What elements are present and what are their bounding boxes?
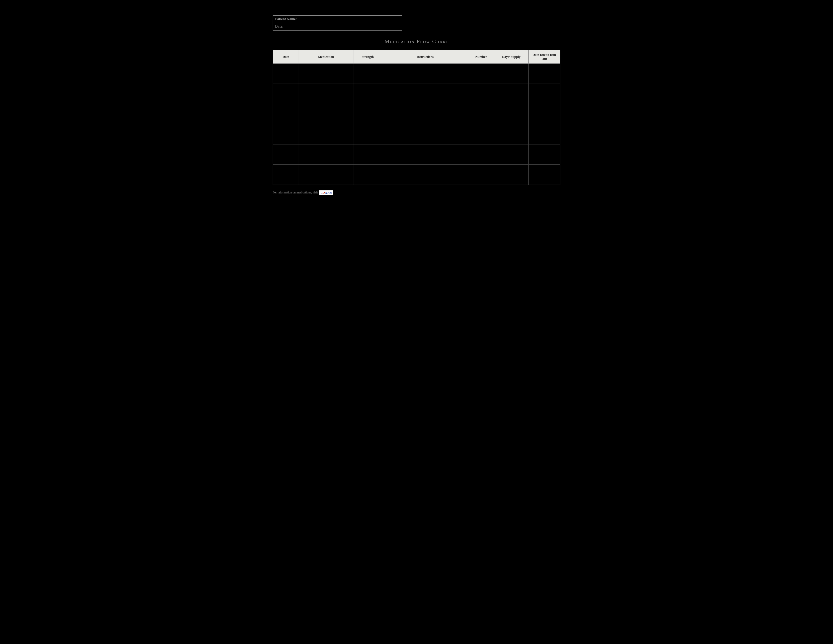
col-header-date: Date xyxy=(273,50,299,64)
cell-number-5[interactable] xyxy=(468,145,494,165)
cell-strength-1[interactable] xyxy=(354,64,382,84)
cell-number-2[interactable] xyxy=(468,84,494,104)
table-header-row: Date Medication Strength Instructions Nu… xyxy=(273,50,560,64)
table-row xyxy=(273,104,560,124)
cell-number-6[interactable] xyxy=(468,165,494,185)
cell-medication-2[interactable] xyxy=(299,84,353,104)
pdr-d: D xyxy=(322,191,325,195)
cell-medication-3[interactable] xyxy=(299,104,353,124)
col-header-medication: Medication xyxy=(299,50,353,64)
cell-instructions-2[interactable] xyxy=(382,84,468,104)
cell-instructions-1[interactable] xyxy=(382,64,468,84)
footer: For information on medications, visit PD… xyxy=(273,190,560,195)
cell-date-run-out-6[interactable] xyxy=(529,165,560,185)
patient-date-row: Date: xyxy=(273,23,402,30)
cell-number-4[interactable] xyxy=(468,124,494,145)
pdr-net: .net xyxy=(327,191,332,195)
cell-days-supply-1[interactable] xyxy=(494,64,529,84)
cell-medication-1[interactable] xyxy=(299,64,353,84)
col-header-strength: Strength xyxy=(354,50,382,64)
cell-strength-6[interactable] xyxy=(354,165,382,185)
cell-days-supply-6[interactable] xyxy=(494,165,529,185)
page-container: Patient Name: Date: Medication Flow Char… xyxy=(265,5,568,205)
cell-strength-3[interactable] xyxy=(354,104,382,124)
cell-date-3[interactable] xyxy=(273,104,299,124)
cell-days-supply-5[interactable] xyxy=(494,145,529,165)
cell-medication-6[interactable] xyxy=(299,165,353,185)
cell-date-2[interactable] xyxy=(273,84,299,104)
pdr-logo: PDR.net xyxy=(319,190,333,195)
cell-date-5[interactable] xyxy=(273,145,299,165)
cell-date-run-out-3[interactable] xyxy=(529,104,560,124)
cell-instructions-6[interactable] xyxy=(382,165,468,185)
table-row xyxy=(273,124,560,145)
table-row xyxy=(273,84,560,104)
col-header-days-supply: Days’ Supply xyxy=(494,50,529,64)
footer-text: For information on medications, visit xyxy=(273,190,318,194)
cell-date-4[interactable] xyxy=(273,124,299,145)
cell-medication-4[interactable] xyxy=(299,124,353,145)
col-header-number: Number xyxy=(468,50,494,64)
patient-name-input[interactable] xyxy=(306,16,402,23)
cell-date-run-out-5[interactable] xyxy=(529,145,560,165)
cell-days-supply-4[interactable] xyxy=(494,124,529,145)
medication-table: Date Medication Strength Instructions Nu… xyxy=(273,50,560,185)
cell-date-1[interactable] xyxy=(273,64,299,84)
patient-name-row: Patient Name: xyxy=(273,16,402,23)
chart-title: Medication Flow Chart xyxy=(273,38,560,45)
pdr-r: R xyxy=(325,191,327,195)
cell-strength-5[interactable] xyxy=(354,145,382,165)
patient-date-label: Date: xyxy=(273,24,306,29)
cell-number-3[interactable] xyxy=(468,104,494,124)
col-header-date-run-out: Date Due to Run Out xyxy=(529,50,560,64)
cell-number-1[interactable] xyxy=(468,64,494,84)
patient-name-label: Patient Name: xyxy=(273,16,306,22)
cell-strength-2[interactable] xyxy=(354,84,382,104)
cell-days-supply-3[interactable] xyxy=(494,104,529,124)
cell-date-run-out-4[interactable] xyxy=(529,124,560,145)
cell-strength-4[interactable] xyxy=(354,124,382,145)
patient-info-box: Patient Name: Date: xyxy=(273,15,402,31)
table-row xyxy=(273,165,560,185)
cell-instructions-5[interactable] xyxy=(382,145,468,165)
cell-date-run-out-1[interactable] xyxy=(529,64,560,84)
table-row xyxy=(273,64,560,84)
cell-medication-5[interactable] xyxy=(299,145,353,165)
col-header-instructions: Instructions xyxy=(382,50,468,64)
cell-date-run-out-2[interactable] xyxy=(529,84,560,104)
patient-date-input[interactable] xyxy=(306,23,402,30)
cell-instructions-4[interactable] xyxy=(382,124,468,145)
cell-instructions-3[interactable] xyxy=(382,104,468,124)
table-row xyxy=(273,145,560,165)
cell-date-6[interactable] xyxy=(273,165,299,185)
cell-days-supply-2[interactable] xyxy=(494,84,529,104)
